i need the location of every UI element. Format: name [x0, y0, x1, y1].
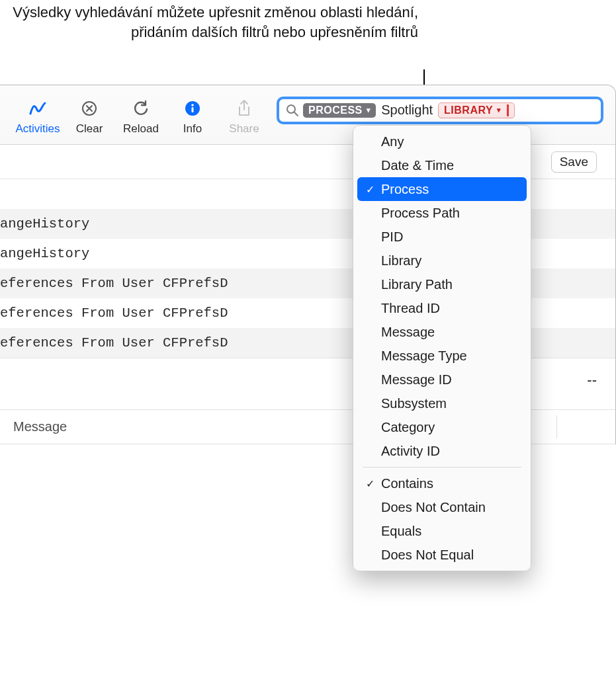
reload-button[interactable]: Reload [115, 99, 167, 136]
cursor-indicator [507, 104, 509, 116]
filter-token-library[interactable]: LIBRARY ▾ [438, 102, 515, 118]
menu-item-does-not-contain[interactable]: ✓Does Not Contain [357, 495, 527, 519]
menu-item-label: Message [381, 325, 435, 340]
search-icon [286, 104, 299, 117]
svg-rect-3 [192, 107, 194, 112]
menu-item-does-not-equal[interactable]: ✓Does Not Equal [357, 543, 527, 567]
menu-item-label: Contains [381, 476, 433, 491]
save-button[interactable]: Save [551, 151, 597, 173]
menu-item-activity-id[interactable]: ✓Activity ID [357, 439, 527, 463]
menu-item-label: Process [381, 182, 429, 197]
menu-item-label: Does Not Contain [381, 500, 486, 515]
info-label: Info [183, 122, 202, 136]
menu-item-process[interactable]: ✓Process [357, 177, 527, 201]
menu-separator [363, 467, 521, 467]
menu-item-label: Message ID [381, 372, 452, 387]
menu-item-any[interactable]: ✓Any [357, 130, 527, 153]
menu-item-label: Library [381, 253, 421, 268]
menu-item-contains[interactable]: ✓Contains [357, 471, 527, 495]
clear-icon [81, 99, 98, 118]
info-button[interactable]: Info [167, 99, 218, 136]
menu-item-label: PID [381, 229, 403, 245]
filter-token-process[interactable]: PROCESS ▾ [303, 103, 376, 118]
callout-text: Výsledky vyhledávání můžete upřesnit změ… [0, 3, 423, 42]
svg-point-2 [191, 104, 194, 106]
activities-label: Activities [15, 122, 60, 136]
clear-label: Clear [76, 122, 103, 136]
menu-item-process-path[interactable]: ✓Process Path [357, 201, 527, 225]
menu-item-message[interactable]: ✓Message [357, 320, 527, 344]
menu-item-label: Message Type [381, 348, 467, 364]
info-icon [184, 99, 201, 118]
menu-item-label: Any [381, 134, 404, 149]
chevron-down-icon: ▾ [497, 106, 502, 114]
menu-item-thread-id[interactable]: ✓Thread ID [357, 296, 527, 320]
menu-item-label: Thread ID [381, 301, 440, 316]
menu-item-label: Subsystem [381, 396, 447, 411]
activities-button[interactable]: Activities [12, 99, 64, 136]
menu-item-label: Date & Time [381, 158, 454, 173]
detail-value: -- [587, 372, 597, 389]
menu-item-label: Equals [381, 524, 421, 539]
filter-token-process-label: PROCESS [308, 104, 363, 116]
menu-item-datetime[interactable]: ✓Date & Time [357, 153, 527, 177]
share-icon [236, 99, 252, 118]
chevron-down-icon: ▾ [367, 106, 371, 114]
filter-token-library-label: LIBRARY [444, 104, 493, 116]
reload-icon [132, 99, 150, 118]
menu-item-category[interactable]: ✓Category [357, 415, 527, 439]
svg-line-5 [294, 112, 298, 116]
menu-item-subsystem[interactable]: ✓Subsystem [357, 391, 527, 415]
message-column-label: Message [13, 419, 67, 434]
menu-item-label: Does Not Equal [381, 548, 474, 563]
share-button: Share [218, 99, 270, 136]
reload-label: Reload [123, 122, 159, 136]
filter-dropdown-menu: ✓Any ✓Date & Time ✓Process ✓Process Path… [353, 125, 531, 571]
search-query-text[interactable]: Spotlight [380, 102, 434, 118]
menu-item-message-id[interactable]: ✓Message ID [357, 368, 527, 391]
svg-point-4 [287, 105, 295, 113]
menu-item-label: Activity ID [381, 444, 440, 459]
menu-item-label: Process Path [381, 206, 460, 221]
menu-item-pid[interactable]: ✓PID [357, 225, 527, 249]
menu-item-library[interactable]: ✓Library [357, 249, 527, 272]
menu-item-equals[interactable]: ✓Equals [357, 519, 527, 543]
menu-item-label: Library Path [381, 277, 453, 292]
search-field[interactable]: PROCESS ▾ Spotlight LIBRARY ▾ [277, 97, 603, 124]
menu-item-label: Category [381, 420, 435, 435]
share-label: Share [229, 122, 259, 136]
activities-icon [28, 99, 48, 118]
menu-item-library-path[interactable]: ✓Library Path [357, 272, 527, 296]
menu-item-message-type[interactable]: ✓Message Type [357, 344, 527, 368]
clear-button[interactable]: Clear [64, 99, 115, 136]
